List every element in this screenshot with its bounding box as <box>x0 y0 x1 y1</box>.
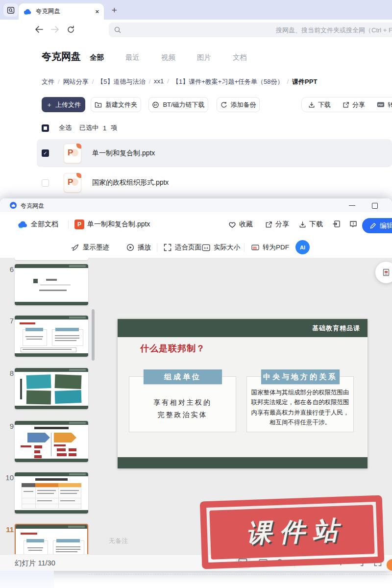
check-icon: ✓ <box>43 151 47 156</box>
slide-thumbnail-7[interactable] <box>15 316 88 357</box>
window-search-icon[interactable] <box>3 3 18 17</box>
backup-icon <box>220 101 227 108</box>
viewer-to-pdf-label: 转为PDF <box>263 243 289 252</box>
play-button[interactable]: 播放 <box>126 243 151 252</box>
save-to-drive-icon[interactable] <box>333 220 341 228</box>
download-action[interactable]: 下载 <box>308 100 331 109</box>
pptx-file-icon: P <box>64 173 81 193</box>
file-row[interactable]: P 国家的政权组织形式.pptx <box>37 167 392 198</box>
edit-label: 编辑 <box>380 221 392 230</box>
browser-tab[interactable]: 夸克网盘 × <box>19 3 104 20</box>
slide-thumbnail-8[interactable] <box>15 368 88 409</box>
thumb-number: 6 <box>5 265 14 273</box>
quark-app-icon <box>10 202 17 209</box>
maximize-button[interactable] <box>372 203 378 209</box>
to-pdf-label: 转为PDF <box>388 100 392 109</box>
current-file: P 单一制和复合制.pptx <box>74 220 150 229</box>
folder-plus-icon <box>95 101 102 108</box>
back-icon[interactable] <box>34 25 43 33</box>
file-checkbox[interactable] <box>42 179 49 187</box>
breadcrumb-current: 课件PPT <box>292 77 317 86</box>
page-corner-decoration <box>0 570 54 588</box>
feedback-icon[interactable] <box>349 220 357 228</box>
tab-doc[interactable]: 文档 <box>233 53 247 62</box>
slide-thumbnail-9[interactable] <box>15 421 88 462</box>
viewer-file-name: 单一制和复合制.pptx <box>87 220 150 229</box>
thumb-partial <box>15 258 88 260</box>
show-ink-label: 显示墨迹 <box>83 243 109 252</box>
tab-all[interactable]: 全部 <box>90 53 104 62</box>
tab-recent[interactable]: 最近 <box>125 53 140 62</box>
forward-icon[interactable] <box>51 25 60 33</box>
quark-logo-icon <box>24 8 32 15</box>
slide-thumbnail-10[interactable] <box>15 472 88 514</box>
share-action[interactable]: 分享 <box>343 100 365 109</box>
bt-download-button[interactable]: BT BT/磁力链下载 <box>148 97 208 112</box>
actual-size-label: 实际大小 <box>214 243 240 252</box>
refresh-icon[interactable] <box>67 25 75 34</box>
viewer-to-pdf-button[interactable]: PDF 转为PDF <box>251 243 289 252</box>
drive-filter-tabs: 全部 最近 视频 图片 文档 <box>90 53 247 62</box>
play-label: 播放 <box>138 243 151 252</box>
browser-chrome: 夸克网盘 × ＋ <box>0 0 392 20</box>
thumb-number: 7 <box>5 317 14 325</box>
tab-video[interactable]: 视频 <box>161 53 175 62</box>
slide-left-box-body: 享有相对主权的 完整政治实体 <box>129 396 236 421</box>
upload-button[interactable]: ＋ 上传文件 <box>42 97 85 112</box>
floating-doc-button[interactable] <box>375 262 392 283</box>
minimize-button[interactable] <box>349 205 355 206</box>
viewer-share-button[interactable]: 分享 <box>265 220 289 229</box>
breadcrumb-item[interactable]: 【1】课件+教案+习题+任务单（58份） <box>172 77 292 86</box>
breadcrumb-item[interactable]: 【5】道德与法治 <box>97 77 154 86</box>
new-tab-button[interactable]: ＋ <box>110 4 119 16</box>
upload-label: 上传文件 <box>55 100 81 109</box>
select-all-label[interactable]: 全选 <box>59 123 72 132</box>
file-name[interactable]: 国家的政权组织形式.pptx <box>92 178 169 187</box>
tab-image[interactable]: 图片 <box>197 53 211 62</box>
actual-size-button[interactable]: 1:1 实际大小 <box>202 243 240 252</box>
favorite-button[interactable]: 收藏 <box>228 220 253 229</box>
selection-bar: 全选 已选中 1 项 <box>42 123 117 132</box>
viewer-window: 夸克网盘 全部文档 P 单一制和复合制.pptx 收藏 分享 下载 <box>0 198 392 571</box>
thumbnail-scrollbar[interactable] <box>92 309 95 361</box>
tab-close-icon[interactable]: × <box>95 8 99 15</box>
all-docs-button[interactable]: 全部文档 <box>18 220 58 229</box>
slide-thumbnail-11[interactable] <box>15 524 88 555</box>
select-all-checkbox[interactable] <box>42 124 49 132</box>
quick-action-button[interactable] <box>387 559 392 571</box>
slide-thumbnail-6[interactable] <box>15 264 88 305</box>
viewer-toolbar: 显示墨迹 播放 适合页面 1:1 实际大小 PDF 转为PDF AI <box>0 237 392 258</box>
edit-button[interactable]: 编辑 <box>362 218 392 233</box>
file-checkbox-checked[interactable]: ✓ <box>42 149 49 157</box>
page-title: 夸克网盘 <box>42 50 81 63</box>
add-backup-label: 添加备份 <box>231 100 256 109</box>
tab-title: 夸克网盘 <box>36 7 95 16</box>
thumb-number-selected: 11 <box>5 525 14 534</box>
drop-zone-border <box>89 574 392 575</box>
to-pdf-action[interactable]: PDF 转为PDF <box>377 100 392 109</box>
new-folder-button[interactable]: 新建文件夹 <box>91 97 141 112</box>
favorite-label: 收藏 <box>239 220 253 229</box>
slide-title: 什么是联邦制？ <box>140 343 205 354</box>
breadcrumb-item[interactable]: 网站分享 <box>63 77 98 86</box>
breadcrumb-item[interactable]: xx1 <box>154 77 172 86</box>
share-label: 分享 <box>352 100 365 109</box>
breadcrumb-item[interactable]: 文件 <box>42 77 63 86</box>
show-ink-button[interactable]: 显示墨迹 <box>71 243 109 252</box>
bt-download-label: BT/磁力链下载 <box>163 100 204 109</box>
ai-button[interactable]: AI <box>295 240 310 254</box>
slide-canvas: 基础教育精品课 什么是联邦制？ 组成单位 享有相对主权的 完整政治实体 中央与地… <box>118 319 368 468</box>
selected-unit: 项 <box>111 123 117 132</box>
file-row-selected[interactable]: ✓ P 单一制和复合制.pptx <box>37 139 392 167</box>
download-label: 下载 <box>318 100 331 109</box>
file-name[interactable]: 单一制和复合制.pptx <box>92 149 155 158</box>
svg-text:PDF: PDF <box>378 103 384 106</box>
add-backup-button[interactable]: 添加备份 <box>217 97 260 112</box>
pptx-file-icon: P <box>64 144 81 163</box>
pptx-icon: P <box>74 220 84 229</box>
viewer-download-button[interactable]: 下载 <box>299 220 323 229</box>
thumb-number: 9 <box>5 422 14 430</box>
search-input[interactable] <box>109 23 392 37</box>
fit-page-button[interactable]: 适合页面 <box>164 243 201 252</box>
slide-right-box-body: 国家整体与其组成部分的权限范围由联邦宪法规定，都在各自的权限范围内享有最高权力并… <box>250 388 350 427</box>
